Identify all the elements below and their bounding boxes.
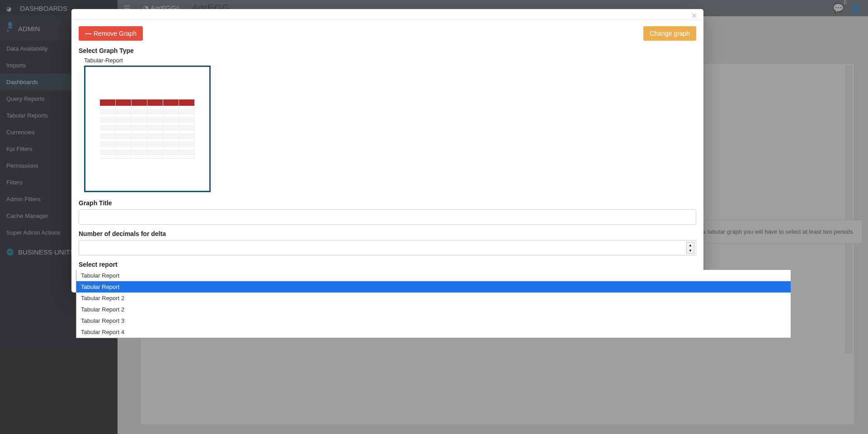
modal-header: × [71,9,703,20]
graph-settings-modal: × — Remove Graph Change graph Select Gra… [71,9,703,292]
graph-title-label: Graph Title [79,199,696,207]
minus-icon: — [85,30,91,37]
report-option[interactable]: Tabular Report 3 [76,315,791,326]
decimals-input[interactable] [79,240,696,255]
change-graph-label: Change graph [650,30,690,37]
report-option[interactable]: Tabular Report [76,270,791,281]
select-graph-type-heading: Select Graph Type [79,47,696,54]
report-option[interactable]: Tabular Report 2 [76,304,791,315]
remove-graph-label: Remove Graph [94,30,137,37]
number-spinner[interactable]: ▲ ▼ [686,242,694,254]
select-report-label: Select report [79,261,696,268]
spinner-down-icon[interactable]: ▼ [687,248,694,253]
remove-graph-button[interactable]: — Remove Graph [79,26,143,41]
graph-title-input[interactable] [79,209,696,225]
report-option[interactable]: Tabular Report 4 [76,326,791,338]
close-icon[interactable]: × [691,11,697,21]
graph-type-card-tabular[interactable] [84,66,211,192]
graph-type-name: Tabular-Report [84,57,696,64]
change-graph-button[interactable]: Change graph [643,26,696,41]
decimals-label: Number of decimals for delta [79,230,696,237]
spinner-up-icon[interactable]: ▲ [687,242,694,248]
select-report-options-list: Tabular ReportTabular ReportTabular Repo… [76,270,791,338]
report-option[interactable]: Tabular Report [76,281,791,292]
report-option[interactable]: Tabular Report 2 [76,292,791,304]
tabular-preview-icon [100,99,195,159]
